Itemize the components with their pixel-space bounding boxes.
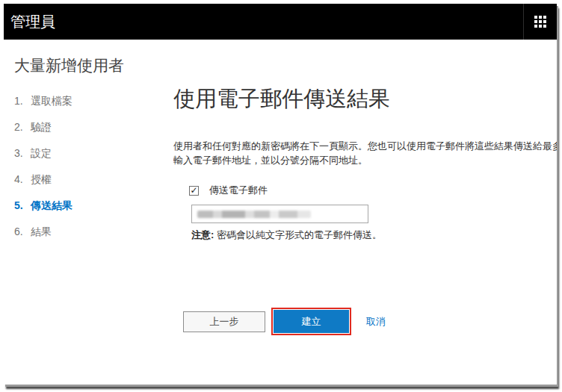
plaintext-note: 注意: 密碼會以純文字形式的電子郵件傳送。 [191,228,557,242]
note-label: 注意: [191,229,214,240]
email-input[interactable] [191,205,368,223]
wizard-sidebar: 大量新增使用者 1. 選取檔案 2. 驗證 3. 設定 4. 授權 5. 傳送結… [14,56,164,252]
page-title: 使用電子郵件傳送結果 [173,86,557,111]
send-email-row: ✓ 傳送電子郵件 [189,184,557,197]
description-line-1: 使用者和任何對應的新密碼將在下一頁顯示。您也可以使用電子郵件將這些結果傳送給最多… [173,139,557,153]
topbar-title: 管理員 [10,4,55,40]
wizard-step-select-file: 1. 選取檔案 [14,95,164,107]
cancel-link[interactable]: 取消 [366,315,386,329]
wizard-step-settings: 3. 設定 [14,147,164,159]
back-button[interactable]: 上一步 [183,311,265,332]
wizard-step-licenses: 4. 授權 [14,173,164,185]
note-text: 密碼會以純文字形式的電子郵件傳送。 [217,229,382,240]
wizard-step-results: 6. 結果 [14,225,164,237]
send-email-label: 傳送電子郵件 [209,184,268,197]
redacted-email-value [197,211,311,218]
email-form: ✓ 傳送電子郵件 注意: 密碼會以純文字形式的電子郵件傳送。 [189,184,557,242]
wizard-step-send-results: 5. 傳送結果 [14,199,164,211]
action-bar: 上一步 建立 取消 [183,308,386,335]
description-line-2: 輸入電子郵件地址，並以分號分隔不同地址。 [173,153,557,167]
wizard-title: 大量新增使用者 [14,56,164,75]
wizard-step-verify: 2. 驗證 [14,121,164,133]
send-email-checkbox[interactable]: ✓ [189,186,199,196]
admin-portal-window: 管理員 大量新增使用者 1. 選取檔案 2. 驗證 3. 設定 [4,4,557,385]
wizard-step-list: 1. 選取檔案 2. 驗證 3. 設定 4. 授權 5. 傳送結果 6. 結果 [14,95,164,237]
description: 使用者和任何對應的新密碼將在下一頁顯示。您也可以使用電子郵件將這些結果傳送給最多… [173,139,557,167]
red-highlight-annotation: 建立 [271,308,351,335]
create-button[interactable]: 建立 [274,310,349,333]
